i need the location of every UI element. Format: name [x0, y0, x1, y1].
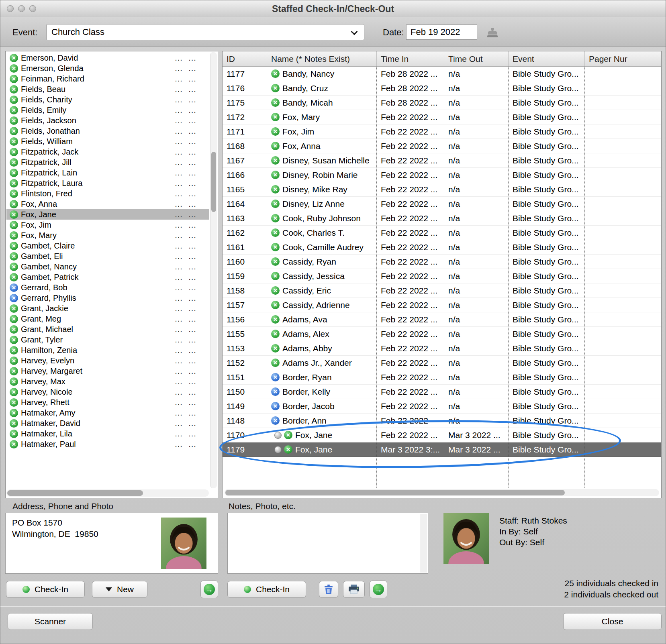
row-options-button[interactable]: ... [186, 179, 199, 188]
table-row[interactable]: 1148 Border, Ann Feb 22 2022 n/a Bible S… [223, 414, 661, 428]
roster-row[interactable]: Harvey, Margaret ... ... [6, 366, 209, 376]
close-window-button[interactable] [7, 5, 14, 12]
row-options-button[interactable]: ... [186, 283, 199, 292]
row-options-button[interactable]: ... [172, 325, 186, 334]
row-options-button[interactable]: ... [172, 293, 186, 303]
row-options-button[interactable]: ... [186, 168, 199, 177]
row-options-button[interactable]: ... [172, 241, 186, 251]
row-options-button[interactable]: ... [186, 147, 199, 157]
row-options-button[interactable]: ... [172, 387, 186, 397]
row-options-button[interactable]: ... [172, 335, 186, 344]
row-options-button[interactable]: ... [186, 356, 199, 365]
row-options-button[interactable]: ... [186, 126, 199, 136]
roster-row[interactable]: Emerson, Glenda ... ... [6, 63, 209, 73]
table-row[interactable]: 1152 Adams Jr., Xander Feb 22 2022 ... n… [223, 356, 661, 370]
roster-row[interactable]: Gambet, Claire ... ... [6, 240, 209, 251]
minimize-window-button[interactable] [18, 5, 25, 12]
row-options-button[interactable]: ... [172, 304, 186, 313]
row-options-button[interactable]: ... [186, 293, 199, 303]
roster-row[interactable]: Grant, Jackie ... ... [6, 303, 209, 314]
table-row[interactable]: 1162 Cook, Charles T. Feb 22 2022 ... n/… [223, 226, 661, 240]
table-row[interactable]: 1161 Cook, Camille Audrey Feb 22 2022 ..… [223, 240, 661, 255]
row-options-button[interactable]: ... [172, 377, 186, 386]
roster-row[interactable]: Flintston, Fred ... ... [6, 188, 209, 199]
roster-row[interactable]: Hatmaker, Amy ... ... [6, 408, 209, 418]
roster-row[interactable]: Harvey, Rhett ... ... [6, 397, 209, 408]
roster-row[interactable]: Fitzpatrick, Laura ... ... [6, 178, 209, 188]
row-options-button[interactable]: ... [172, 147, 186, 157]
roster-row[interactable]: Fox, Jane ... ... [6, 209, 209, 220]
row-options-button[interactable]: ... [186, 85, 199, 94]
row-options-button[interactable]: ... [172, 231, 186, 240]
row-options-button[interactable]: ... [172, 126, 186, 136]
table-column-header[interactable]: Time Out [444, 51, 509, 66]
row-options-button[interactable]: ... [186, 440, 199, 449]
date-stamp-button[interactable] [485, 27, 500, 40]
roster-row[interactable]: Gambet, Eli ... ... [6, 251, 209, 261]
row-options-button[interactable]: ... [186, 262, 199, 271]
row-options-button[interactable]: ... [186, 367, 199, 376]
table-row[interactable]: 1153 Adams, Abby Feb 22 2022 ... n/a Bib… [223, 341, 661, 356]
row-options-button[interactable]: ... [172, 220, 186, 230]
row-options-button[interactable]: ... [172, 262, 186, 271]
roster-row[interactable]: Hatmaker, Lila ... ... [6, 428, 209, 439]
roster-row[interactable]: Fox, Mary ... ... [6, 230, 209, 240]
row-options-button[interactable]: ... [186, 231, 199, 240]
row-options-button[interactable]: ... [172, 419, 186, 428]
table-column-header[interactable]: ID [223, 51, 267, 66]
row-options-button[interactable]: ... [186, 314, 199, 324]
row-options-button[interactable]: ... [186, 200, 199, 209]
row-options-button[interactable]: ... [172, 252, 186, 261]
table-horizontal-scrollbar-thumb[interactable] [225, 490, 565, 495]
roster-vertical-scrollbar[interactable] [210, 52, 217, 488]
roster-horizontal-scrollbar-thumb[interactable] [7, 490, 143, 496]
row-options-button[interactable]: ... [186, 74, 199, 84]
table-column-header[interactable]: Time In [377, 51, 444, 66]
new-person-button[interactable]: New [92, 581, 147, 598]
table-row[interactable]: 1168 Fox, Anna Feb 22 2022 ... n/a Bible… [223, 139, 661, 153]
table-row[interactable]: 1167 Disney, Susan Michelle Feb 22 2022 … [223, 153, 661, 168]
table-row[interactable]: 1172 Fox, Mary Feb 22 2022 ... n/a Bible… [223, 110, 661, 124]
table-row[interactable]: 1166 Disney, Robin Marie Feb 22 2022 ...… [223, 168, 661, 182]
roster-row[interactable]: Gambet, Nancy ... ... [6, 261, 209, 272]
table-row[interactable]: 1164 Disney, Liz Anne Feb 22 2022 ... n/… [223, 197, 661, 211]
row-options-button[interactable]: ... [186, 241, 199, 251]
row-options-button[interactable]: ... [186, 387, 199, 397]
row-options-button[interactable]: ... [172, 179, 186, 188]
row-options-button[interactable]: ... [172, 346, 186, 355]
table-column-header[interactable]: Pager Nur [585, 51, 661, 66]
table-row[interactable]: 1170 Fox, Jane Feb 22 2022 ... Mar 3 202… [223, 428, 661, 442]
row-options-button[interactable]: ... [172, 356, 186, 365]
row-options-button[interactable]: ... [186, 252, 199, 261]
close-button[interactable]: Close [563, 613, 662, 630]
row-options-button[interactable]: ... [172, 429, 186, 438]
table-row[interactable]: 1149 Border, Jacob Feb 22 2022 ... n/a B… [223, 399, 661, 414]
roster-row[interactable]: Hatmaker, David ... ... [6, 418, 209, 428]
row-options-button[interactable]: ... [186, 189, 199, 198]
notes-scrollbar[interactable] [421, 514, 427, 573]
row-options-button[interactable]: ... [172, 106, 186, 115]
table-row[interactable]: 1177 Bandy, Nancy Feb 28 2022 ... n/a Bi… [223, 67, 661, 81]
table-row[interactable]: 1171 Fox, Jim Feb 22 2022 ... n/a Bible … [223, 124, 661, 139]
row-options-button[interactable]: ... [172, 398, 186, 407]
row-options-button[interactable]: ... [186, 335, 199, 344]
roster-row[interactable]: Fields, Charity ... ... [6, 94, 209, 105]
table-row[interactable]: 1176 Bandy, Cruz Feb 28 2022 ... n/a Bib… [223, 81, 661, 96]
row-options-button[interactable]: ... [172, 74, 186, 84]
table-row[interactable]: 1160 Cassidy, Ryan Feb 22 2022 ... n/a B… [223, 255, 661, 269]
roster-row[interactable]: Fox, Jim ... ... [6, 220, 209, 230]
row-options-button[interactable]: ... [172, 440, 186, 449]
roster-vertical-scrollbar-thumb[interactable] [211, 152, 216, 212]
roster-row[interactable]: Harvey, Max ... ... [6, 376, 209, 387]
row-options-button[interactable]: ... [186, 95, 199, 104]
roster-horizontal-scrollbar[interactable] [6, 489, 209, 497]
row-options-button[interactable]: ... [172, 158, 186, 167]
roster-row[interactable]: Fields, Beau ... ... [6, 84, 209, 94]
table-column-header[interactable]: Name (* Notes Exist) [267, 51, 377, 66]
roster-row[interactable]: Fields, Jackson ... ... [6, 115, 209, 126]
table-row[interactable]: 1157 Cassidy, Adrienne Feb 22 2022 ... n… [223, 298, 661, 312]
table-row[interactable]: 1163 Cook, Ruby Johnson Feb 22 2022 ... … [223, 211, 661, 226]
row-options-button[interactable]: ... [172, 314, 186, 324]
row-options-button[interactable]: ... [186, 116, 199, 125]
table-row[interactable]: 1175 Bandy, Micah Feb 28 2022 ... n/a Bi… [223, 96, 661, 110]
